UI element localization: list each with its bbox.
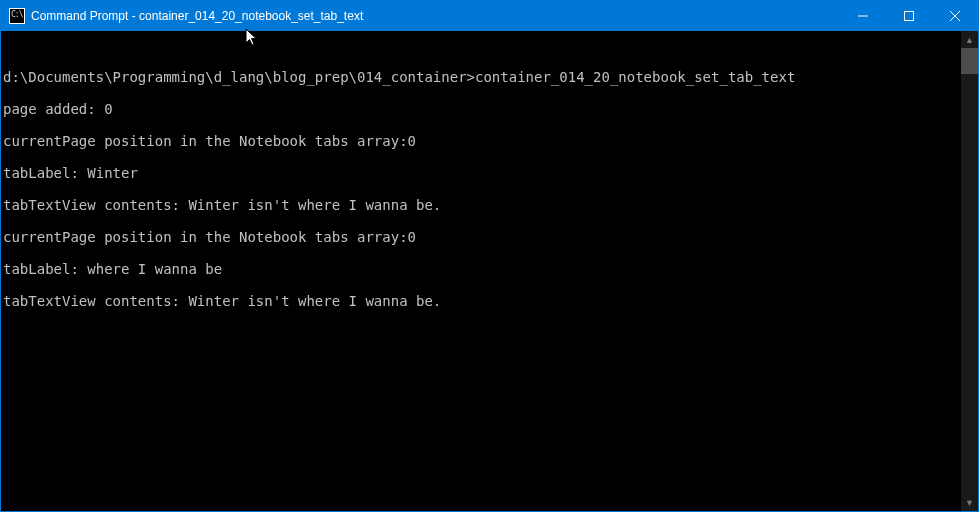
scrollbar-up-arrow-icon[interactable]: ▲ — [961, 31, 978, 48]
maximize-button[interactable] — [886, 1, 932, 31]
window-controls — [840, 1, 978, 31]
close-button[interactable] — [932, 1, 978, 31]
window-title: Command Prompt - container_014_20_notebo… — [31, 9, 363, 23]
prompt-command: container_014_20_notebook_set_tab_text — [475, 69, 795, 85]
scrollbar-down-arrow-icon[interactable]: ▼ — [961, 494, 978, 511]
vertical-scrollbar[interactable]: ▲ ▼ — [961, 31, 978, 511]
minimize-icon — [858, 11, 868, 21]
console-line: tabLabel: where I wanna be — [3, 261, 961, 277]
maximize-icon — [904, 11, 914, 21]
client-area: d:\Documents\Programming\d_lang\blog_pre… — [1, 31, 978, 511]
console-line: tabLabel: Winter — [3, 165, 961, 181]
scrollbar-thumb[interactable] — [961, 48, 978, 74]
cmd-app-icon: C:\ — [9, 8, 25, 24]
svg-rect-1 — [905, 12, 914, 21]
prompt-path: d:\Documents\Programming\d_lang\blog_pre… — [3, 69, 475, 85]
command-prompt-window: C:\ Command Prompt - container_014_20_no… — [0, 0, 979, 512]
close-icon — [950, 11, 960, 21]
minimize-button[interactable] — [840, 1, 886, 31]
console-output[interactable]: d:\Documents\Programming\d_lang\blog_pre… — [1, 31, 961, 511]
console-line: tabTextView contents: Winter isn't where… — [3, 197, 961, 213]
console-line: currentPage position in the Notebook tab… — [3, 229, 961, 245]
console-line: currentPage position in the Notebook tab… — [3, 133, 961, 149]
console-prompt-line: d:\Documents\Programming\d_lang\blog_pre… — [3, 69, 961, 85]
titlebar[interactable]: C:\ Command Prompt - container_014_20_no… — [1, 1, 978, 31]
console-line: tabTextView contents: Winter isn't where… — [3, 293, 961, 309]
console-line: page added: 0 — [3, 101, 961, 117]
